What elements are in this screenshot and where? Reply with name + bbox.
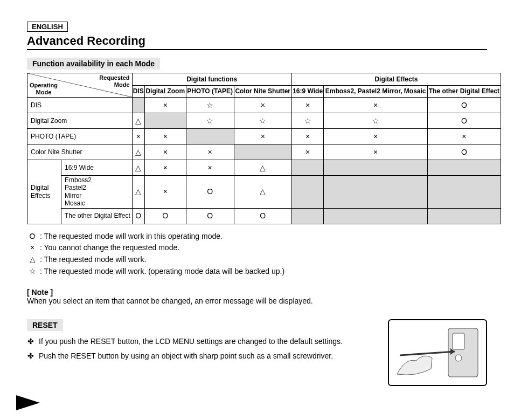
cell-shaded (324, 160, 427, 176)
cell: ☆ (324, 113, 427, 129)
cell-shaded (132, 98, 144, 113)
cell-shaded (427, 208, 501, 224)
cell: × (186, 160, 234, 176)
header-requested-mode: Requested Mode (99, 74, 129, 88)
cell: × (234, 129, 291, 144)
cell: × (291, 129, 324, 144)
cell: O (427, 113, 501, 129)
col-dis: DIS (132, 85, 144, 98)
cell-shaded (427, 176, 501, 209)
cell: × (291, 144, 324, 160)
reset-illustration (388, 319, 487, 386)
row-other-effect: The other Digital Effect (61, 208, 133, 224)
table-row: Digital Effects 16:9 Wide △ × × △ (27, 160, 501, 176)
row-169-wide: 16:9 Wide (61, 160, 133, 176)
table-row: The other Digital Effect O O O O (27, 208, 501, 224)
table-row: Color Nite Shutter △ × × × × O (27, 144, 501, 160)
cell: △ (132, 176, 144, 209)
cell: × (132, 129, 144, 144)
cell: △ (234, 160, 291, 176)
legend-text-x: You cannot change the requested mode. (44, 243, 179, 252)
row-digital-zoom: Digital Zoom (27, 113, 133, 129)
legend-icon-o: O (27, 231, 38, 243)
note-block: [ Note ] When you select an item that ca… (27, 288, 487, 305)
cell: × (291, 98, 324, 113)
page-title: Advanced Recording (27, 34, 487, 50)
cell-shaded (324, 176, 427, 209)
cell-shaded (291, 208, 324, 224)
section-header-availability: Function availability in each Mode (27, 58, 160, 70)
note-label: [ Note ] (27, 288, 487, 297)
svg-line-4 (400, 352, 455, 355)
header-digital-effects: Digital Effects (291, 73, 501, 86)
reset-illustration-svg (394, 326, 481, 380)
cell: × (144, 160, 186, 176)
row-emboss-group: Emboss2 Pastel2 Mirror Mosaic (61, 176, 133, 209)
cell: ☆ (186, 113, 234, 129)
row-photo-tape: PHOTO (TAPE) (27, 129, 133, 144)
legend-block: O : The requested mode will work in this… (27, 231, 487, 278)
table-row: Emboss2 Pastel2 Mirror Mosaic △ × O △ (27, 176, 501, 209)
reset-bullet-2: Push the RESET button by using an object… (39, 350, 333, 362)
cell: O (427, 98, 501, 113)
cell: × (144, 98, 186, 113)
reset-bullet-list: ✤If you push the RESET button, the LCD M… (27, 335, 380, 362)
svg-rect-2 (453, 333, 464, 349)
cell: △ (132, 144, 144, 160)
cell: × (324, 129, 427, 144)
cell: ☆ (234, 113, 291, 129)
row-dis: DIS (27, 98, 133, 113)
col-169-wide: 16:9 Wide (291, 85, 324, 98)
legend-text-triangle: The requested mode will work. (44, 255, 146, 264)
col-photo-tape: PHOTO (TAPE) (186, 85, 234, 98)
cell-shaded (186, 129, 234, 144)
cell: O (186, 176, 234, 209)
row-color-nite: Color Nite Shutter (27, 144, 133, 160)
cell: × (144, 176, 186, 209)
cell: △ (132, 160, 144, 176)
col-color-nite: Color Nite Shutter (234, 85, 291, 98)
cell: × (144, 129, 186, 144)
bullet-icon: ✤ (27, 335, 34, 347)
cell-shaded (291, 176, 324, 209)
cell: △ (234, 176, 291, 209)
cell: × (144, 144, 186, 160)
cell: O (132, 208, 144, 224)
cell-shaded (144, 113, 186, 129)
note-text: When you select an item that cannot be c… (27, 297, 487, 305)
cell: ☆ (186, 98, 234, 113)
table-row: PHOTO (TAPE) × × × × × × (27, 129, 501, 144)
cell: ☆ (291, 113, 324, 129)
page-number: 52 (43, 398, 50, 405)
availability-table: Requested Mode Operating Mode Digital fu… (27, 73, 501, 224)
diagonal-header-cell: Requested Mode Operating Mode (27, 73, 133, 98)
cell: × (234, 98, 291, 113)
header-digital-functions: Digital functions (132, 73, 291, 86)
col-other-effect: The other Digital Effect (427, 85, 501, 98)
cell-shaded (234, 144, 291, 160)
header-operating-mode: Operating Mode (30, 82, 58, 96)
cell: O (144, 208, 186, 224)
bullet-icon: ✤ (27, 350, 34, 362)
language-label: ENGLISH (27, 22, 68, 32)
cell-shaded (291, 160, 324, 176)
cell: × (324, 144, 427, 160)
cell: O (186, 208, 234, 224)
cell: O (234, 208, 291, 224)
section-header-reset: RESET (27, 319, 63, 331)
col-digital-zoom: Digital Zoom (144, 85, 186, 98)
reset-bullet-1: If you push the RESET button, the LCD ME… (39, 335, 343, 347)
svg-point-3 (455, 355, 462, 361)
page-number-badge: 52 (16, 395, 40, 410)
cell: O (427, 144, 501, 160)
cell: × (324, 98, 427, 113)
legend-icon-triangle: △ (27, 254, 38, 266)
cell-shaded (427, 160, 501, 176)
legend-icon-star: ☆ (27, 266, 38, 278)
table-row: Digital Zoom △ ☆ ☆ ☆ ☆ O (27, 113, 501, 129)
legend-text-star: The requested mode will work. (operating… (44, 267, 284, 276)
legend-icon-x: × (27, 242, 38, 254)
cell: △ (132, 113, 144, 129)
table-row: DIS × ☆ × × × O (27, 98, 501, 113)
cell: × (427, 129, 501, 144)
